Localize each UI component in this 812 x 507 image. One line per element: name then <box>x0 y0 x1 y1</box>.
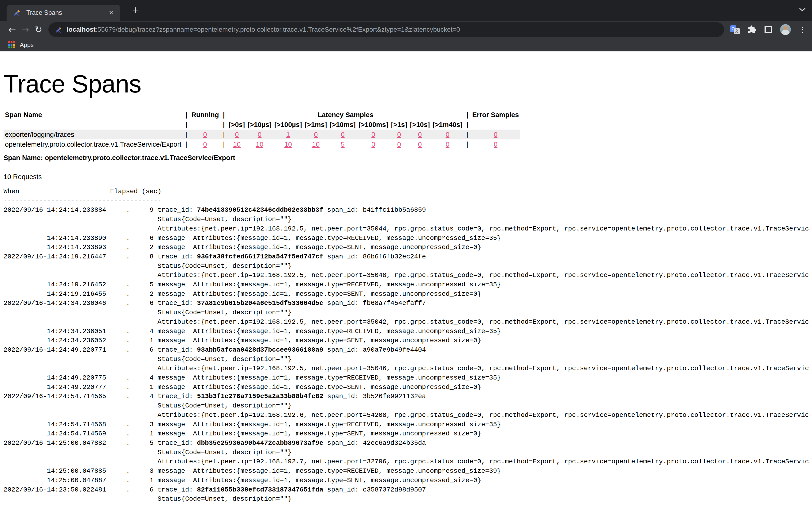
page-content: Trace Spans Span Name|Running|Latency Sa… <box>0 70 812 504</box>
spans-table: Span Name|Running|Latency Samples|Error … <box>4 110 520 149</box>
forward-button[interactable]: → <box>19 24 32 35</box>
latency-bucket-link[interactable]: 1 <box>286 131 290 138</box>
tab-title: Trace Spans <box>26 9 107 16</box>
trace-id: dbb35e25936a90b4472cabb89073af9e <box>197 439 323 447</box>
latency-bucket-link[interactable]: 0 <box>397 131 401 138</box>
chevron-down-icon[interactable] <box>799 7 806 12</box>
extensions-puzzle-icon[interactable] <box>748 25 757 34</box>
requests-count: 10 Requests <box>4 173 812 181</box>
latency-bucket-label: [>1ms] <box>303 120 328 129</box>
error-cell: 0 <box>471 139 520 149</box>
latency-bucket-cell: 0 <box>357 129 390 139</box>
side-panel-icon[interactable] <box>765 26 772 33</box>
latency-bucket-label: [>10µs] <box>246 120 273 129</box>
table-row: exporter/logging/traces|0|001000000|0 <box>4 129 520 139</box>
apps-button[interactable]: Apps <box>20 41 34 49</box>
error-count-link[interactable]: 0 <box>494 140 497 148</box>
latency-bucket-cell: 0 <box>303 129 328 139</box>
latency-bucket-link[interactable]: 0 <box>235 131 239 138</box>
col-header-running: Running <box>190 110 220 120</box>
trace-id: 82fa11055b338efcd733187347651fda <box>197 486 323 493</box>
latency-bucket-link[interactable]: 0 <box>418 140 422 148</box>
latency-bucket-link[interactable]: 10 <box>233 140 241 148</box>
close-tab-icon[interactable]: ✕ <box>107 8 116 17</box>
latency-bucket-link[interactable]: 5 <box>341 140 345 148</box>
page-title: Trace Spans <box>4 70 812 98</box>
tab-strip: Trace Spans ✕ + <box>0 0 812 21</box>
error-count-link[interactable]: 0 <box>494 131 497 138</box>
latency-bucket-link[interactable]: 0 <box>446 131 450 138</box>
url-host: localhost <box>67 26 96 33</box>
opentelemetry-favicon-icon <box>55 26 62 33</box>
latency-bucket-link[interactable]: 0 <box>258 131 261 138</box>
running-cell: 0 <box>190 129 220 139</box>
latency-bucket-link[interactable]: 0 <box>314 131 318 138</box>
latency-bucket-cell: 0 <box>357 139 390 149</box>
apps-grid-icon <box>8 41 15 48</box>
latency-bucket-cell: 0 <box>227 129 247 139</box>
span-name-heading: Span Name: opentelemetry.proto.collector… <box>4 154 812 162</box>
latency-bucket-cell: 0 <box>432 129 464 139</box>
latency-bucket-cell: 0 <box>328 129 357 139</box>
column-separator: | <box>183 129 190 139</box>
reload-button[interactable]: ↻ <box>32 24 45 35</box>
latency-bucket-link[interactable]: 0 <box>371 140 375 148</box>
latency-bucket-cell: 10 <box>227 139 247 149</box>
column-separator: | <box>220 139 227 149</box>
latency-bucket-link[interactable]: 0 <box>371 131 375 138</box>
running-count-link[interactable]: 0 <box>203 140 207 148</box>
column-separator: | <box>220 120 227 129</box>
new-tab-button[interactable]: + <box>129 3 142 16</box>
latency-bucket-label: [>100µs] <box>273 120 303 129</box>
url-path: :55679/debug/tracez?zspanname=openteleme… <box>96 26 460 33</box>
latency-bucket-cell: 10 <box>246 139 273 149</box>
column-separator: | <box>220 129 227 139</box>
latency-bucket-cell: 1 <box>273 129 303 139</box>
opentelemetry-favicon-icon <box>13 8 21 17</box>
latency-bucket-link[interactable]: 0 <box>446 140 450 148</box>
running-count-link[interactable]: 0 <box>203 131 207 138</box>
latency-bucket-cell: 0 <box>390 129 409 139</box>
latency-bucket-label: [>0s] <box>227 120 247 129</box>
column-separator: | <box>464 110 471 120</box>
span-name-cell: exporter/logging/traces <box>4 129 183 139</box>
empty-cell <box>471 120 520 129</box>
column-separator: | <box>464 120 471 129</box>
bookmarks-bar: Apps <box>0 38 812 51</box>
col-header-latency-samples: Latency Samples <box>227 110 464 120</box>
latency-bucket-cell: 0 <box>390 139 409 149</box>
avatar-head <box>783 26 788 30</box>
latency-bucket-cell: 0 <box>409 139 432 149</box>
browser-tab[interactable]: Trace Spans ✕ <box>7 5 120 21</box>
table-row: opentelemetry.proto.collector.trace.v1.T… <box>4 139 520 149</box>
latency-bucket-label: [>10ms] <box>328 120 357 129</box>
browser-toolbar: ← → ↻ localhost:55679/debug/tracez?zspan… <box>0 21 812 38</box>
latency-bucket-label: [>1s] <box>390 120 409 129</box>
empty-cell <box>4 120 183 129</box>
trace-id: 37a81c9b615b204a6e515df533004d5c <box>197 299 323 307</box>
translate-icon[interactable]: G 文 <box>730 25 740 34</box>
latency-bucket-link[interactable]: 10 <box>312 140 319 148</box>
latency-bucket-link[interactable]: 10 <box>256 140 263 148</box>
trace-id: 936fa38fcfed661712ba547f5ed747cf <box>197 253 323 260</box>
back-button[interactable]: ← <box>6 24 19 35</box>
avatar-body <box>781 30 790 35</box>
latency-bucket-link[interactable]: 0 <box>418 131 422 138</box>
latency-bucket-cell: 5 <box>328 139 357 149</box>
latency-bucket-cell: 10 <box>303 139 328 149</box>
col-header-span-name: Span Name <box>4 110 183 120</box>
trace-id: 513b3f1c276a7159c5a2a33b88b4fc82 <box>197 393 323 400</box>
url-address-bar[interactable]: localhost:55679/debug/tracez?zspanname=o… <box>48 22 724 37</box>
latency-bucket-link[interactable]: 0 <box>341 131 345 138</box>
column-separator: | <box>464 139 471 149</box>
column-separator: | <box>183 110 190 120</box>
latency-bucket-link[interactable]: 0 <box>397 140 401 148</box>
column-separator: | <box>183 120 190 129</box>
trace-id: 74be418390512c42346cddb02e38bb3f <box>197 206 323 214</box>
browser-menu-icon[interactable]: ⋮ <box>799 25 806 34</box>
latency-bucket-link[interactable]: 10 <box>284 140 292 148</box>
latency-bucket-cell: 0 <box>246 129 273 139</box>
profile-avatar[interactable] <box>780 24 791 35</box>
column-separator: | <box>183 139 190 149</box>
latency-bucket-label: [>100ms] <box>357 120 390 129</box>
